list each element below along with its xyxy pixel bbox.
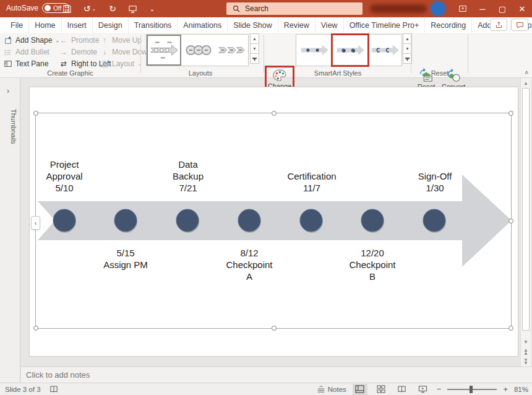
notes-toggle-icon — [317, 385, 325, 393]
zoom-out-button[interactable]: − — [437, 384, 442, 394]
demote-label: Demote — [71, 48, 97, 56]
smartart-styles-gallery — [296, 34, 402, 66]
reading-view-button[interactable] — [395, 384, 410, 395]
search-box[interactable]: Search — [226, 2, 363, 15]
tab-view[interactable]: View — [315, 17, 344, 33]
zoom-in-button[interactable]: + — [503, 384, 508, 394]
ribbon: Add Shape ⌄ Add Bullet Text Pane ← Promo… — [0, 33, 532, 78]
tabrow-actions — [490, 19, 528, 31]
ribbon-display-icon[interactable] — [453, 0, 473, 17]
quick-access-toolbar: ↺⌄ ↻ ⌄ — [61, 0, 158, 17]
redo-icon[interactable]: ↻ — [106, 2, 119, 15]
notes-pane[interactable]: Click to add notes — [21, 367, 532, 383]
zoom-slider-thumb[interactable] — [470, 386, 473, 393]
tab-home[interactable]: Home — [29, 17, 61, 33]
group-separator — [411, 35, 411, 73]
slideshow-view-button[interactable] — [416, 384, 431, 395]
scrollbar-thumb[interactable] — [522, 88, 530, 331]
layout-icon — [100, 60, 109, 68]
promote-icon: ← — [59, 36, 68, 45]
smartart-styles-group-label: SmartArt Styles — [265, 69, 411, 77]
text-pane-button[interactable]: Text Pane — [4, 58, 48, 69]
group-separator — [468, 35, 468, 73]
demote-icon: → — [59, 48, 68, 56]
tab-slide-show[interactable]: Slide Show — [228, 17, 278, 33]
maximize-button[interactable]: ▢ — [492, 0, 512, 17]
layouts-scroll-up-icon[interactable]: ▲ — [250, 33, 259, 44]
next-slide-icon[interactable]: ▼▼ — [521, 357, 531, 367]
undo-icon[interactable]: ↺⌄ — [80, 2, 99, 15]
layout-button[interactable]: Layout ⌄ — [100, 58, 142, 69]
text-pane-toggle-icon[interactable]: ‹ — [31, 216, 40, 230]
scroll-up-icon[interactable]: ▲ — [521, 78, 531, 88]
resize-handle-sw[interactable] — [33, 326, 38, 331]
powerpoint-window: AutoSave Off ↺⌄ ↻ ⌄ Search — [0, 0, 532, 395]
tab-file[interactable]: File — [5, 17, 29, 33]
tab-review[interactable]: Review — [278, 17, 315, 33]
notes-toggle-button[interactable]: Notes — [317, 385, 346, 393]
expand-thumbnails-icon[interactable]: › — [7, 87, 9, 95]
move-up-button[interactable]: ↑ Move Up — [100, 35, 142, 46]
add-bullet-label: Add Bullet — [15, 48, 49, 56]
spell-check-icon[interactable] — [49, 385, 58, 393]
resize-handle-se[interactable] — [508, 326, 513, 331]
collapse-ribbon-icon[interactable]: ˄ — [525, 69, 528, 76]
resize-handle-e[interactable] — [508, 219, 513, 224]
tab-insert[interactable]: Insert — [62, 17, 93, 33]
group-separator — [140, 35, 141, 73]
slide-canvas[interactable]: Project Approval 5/10 Data Backup 7/21 C… — [29, 87, 518, 357]
style-option-1[interactable] — [296, 35, 332, 66]
tab-animations[interactable]: Animations — [178, 17, 228, 33]
title-bar: AutoSave Off ↺⌄ ↻ ⌄ Search — [0, 0, 532, 17]
add-shape-icon — [4, 36, 12, 45]
zoom-slider[interactable] — [447, 389, 497, 390]
account-avatar[interactable] — [431, 2, 445, 15]
tab-transitions[interactable]: Transitions — [129, 17, 178, 33]
layout-option-basic-timeline[interactable] — [147, 35, 181, 66]
slide-scrollbar[interactable]: ▲ ▼ ▲▲ ▼▼ — [520, 78, 531, 367]
layout-option-chevron-process[interactable] — [216, 35, 248, 66]
save-icon[interactable] — [61, 2, 73, 15]
demote-button[interactable]: → Demote — [59, 46, 97, 58]
status-bar: Slide 3 of 3 Notes — [0, 383, 532, 395]
style-option-2-selected[interactable] — [332, 35, 368, 66]
tab-design[interactable]: Design — [93, 17, 129, 33]
move-up-icon: ↑ — [100, 36, 109, 45]
resize-handle-s[interactable] — [272, 326, 277, 331]
layouts-gallery — [146, 34, 249, 66]
promote-button[interactable]: ← Promote — [59, 35, 99, 46]
account-name-redacted — [370, 4, 427, 13]
scroll-down-icon[interactable]: ▼ — [521, 337, 531, 347]
move-down-icon: ↓ — [100, 48, 109, 56]
resize-handle-nw[interactable] — [33, 111, 38, 116]
ribbon-tabs: File Home Insert Design Transitions Anim… — [0, 17, 532, 33]
close-button[interactable]: ✕ — [512, 0, 532, 17]
present-icon[interactable] — [126, 2, 139, 15]
move-down-button[interactable]: ↓ Move Down — [100, 46, 151, 58]
customize-qat-icon[interactable]: ⌄ — [146, 2, 158, 15]
add-bullet-button[interactable]: Add Bullet — [4, 46, 49, 58]
style-option-3[interactable] — [368, 35, 401, 66]
minimize-button[interactable]: ─ — [473, 0, 492, 17]
add-bullet-icon — [4, 48, 12, 56]
share-button[interactable] — [490, 19, 507, 31]
normal-view-button[interactable] — [353, 384, 367, 395]
comments-button[interactable] — [511, 19, 528, 31]
tab-recording[interactable]: Recording — [425, 17, 472, 33]
promote-label: Promote — [71, 36, 99, 45]
layouts-scroll-down-icon[interactable]: ▼ — [250, 43, 259, 54]
layouts-more-icon[interactable]: ▬▼ — [250, 53, 259, 64]
thumbnails-pane-collapsed[interactable]: › Thumbnails — [0, 78, 20, 383]
move-down-label: Move Down — [112, 48, 151, 56]
resize-handle-ne[interactable] — [508, 111, 513, 116]
slide-indicator: Slide 3 of 3 — [5, 386, 41, 393]
previous-slide-icon[interactable]: ▲▲ — [521, 347, 531, 357]
tab-office-timeline-pro[interactable]: Office Timeline Pro+ — [344, 17, 426, 33]
autosave-control[interactable]: AutoSave Off — [6, 3, 69, 13]
smartart-selection-frame[interactable]: ‹ — [35, 113, 512, 329]
slide-sorter-view-button[interactable] — [374, 384, 388, 395]
add-shape-button[interactable]: Add Shape ⌄ — [4, 35, 59, 46]
layout-option-circle-accent-timeline[interactable] — [181, 35, 216, 66]
resize-handle-n[interactable] — [272, 111, 277, 116]
notes-placeholder: Click to add notes — [26, 370, 90, 380]
